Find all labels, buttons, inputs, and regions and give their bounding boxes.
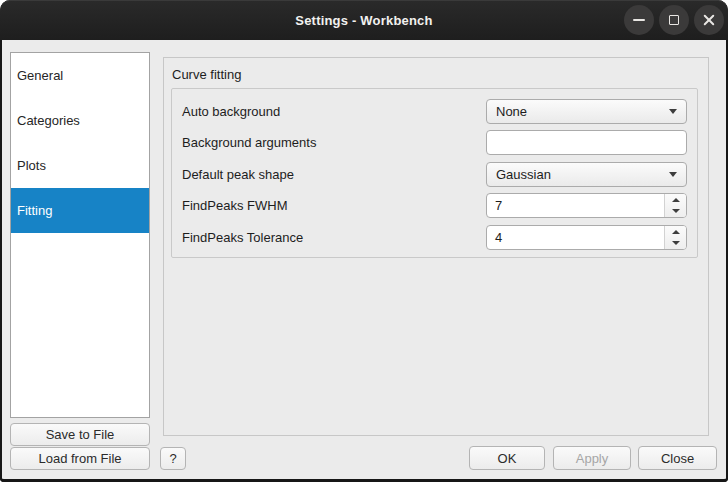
- load-from-file-button[interactable]: Load from File: [10, 447, 150, 470]
- field-label-findpeaks-fwhm: FindPeaks FWHM: [182, 193, 287, 218]
- spin-down-button[interactable]: [665, 206, 686, 218]
- field-label-background-arguments: Background arguments: [182, 130, 316, 155]
- spin-up-icon: [672, 230, 680, 234]
- titlebar[interactable]: Settings - Workbench: [0, 0, 728, 40]
- help-button[interactable]: ?: [160, 447, 186, 470]
- findpeaks-fwhm-spinbox[interactable]: 7: [486, 193, 687, 218]
- field-label-auto-background: Auto background: [182, 99, 280, 124]
- sidebar-item-plots[interactable]: Plots: [11, 143, 149, 188]
- spin-down-icon: [672, 209, 680, 213]
- sidebar-item-fitting[interactable]: Fitting: [11, 188, 149, 233]
- field-label-findpeaks-tolerance: FindPeaks Tolerance: [182, 225, 303, 250]
- save-to-file-button[interactable]: Save to File: [10, 423, 150, 446]
- findpeaks-tolerance-value: 4: [487, 226, 664, 249]
- chevron-down-icon: [669, 172, 677, 177]
- background-arguments-input[interactable]: [486, 130, 687, 155]
- spin-up-button[interactable]: [665, 226, 686, 238]
- field-label-default-peak-shape: Default peak shape: [182, 162, 294, 187]
- auto-background-dropdown[interactable]: None: [486, 99, 687, 124]
- close-window-button[interactable]: [694, 5, 724, 35]
- maximize-button[interactable]: [659, 5, 689, 35]
- spin-up-icon: [672, 198, 680, 202]
- findpeaks-tolerance-spinbox[interactable]: 4: [486, 225, 687, 250]
- spin-down-icon: [672, 241, 680, 245]
- default-peak-shape-dropdown[interactable]: Gaussian: [486, 162, 687, 187]
- category-list: General Categories Plots Fitting: [10, 52, 150, 418]
- window-controls: [624, 5, 724, 35]
- sidebar-item-categories[interactable]: Categories: [11, 98, 149, 143]
- settings-window: Settings - Workbench General Categories …: [0, 0, 728, 482]
- apply-button[interactable]: Apply: [553, 446, 631, 470]
- minimize-button[interactable]: [624, 5, 654, 35]
- close-icon: [702, 13, 716, 27]
- group-title-curve-fitting: Curve fitting: [172, 67, 241, 82]
- ok-button[interactable]: OK: [469, 446, 545, 470]
- chevron-down-icon: [669, 109, 677, 114]
- minimize-icon: [633, 19, 645, 21]
- window-title: Settings - Workbench: [295, 13, 432, 28]
- findpeaks-fwhm-value: 7: [487, 194, 664, 217]
- sidebar-item-general[interactable]: General: [11, 53, 149, 98]
- default-peak-shape-value: Gaussian: [496, 167, 551, 182]
- spin-down-button[interactable]: [665, 238, 686, 250]
- close-dialog-button[interactable]: Close: [638, 446, 717, 470]
- auto-background-value: None: [496, 104, 527, 119]
- spinner-buttons: [664, 194, 686, 217]
- spinner-buttons: [664, 226, 686, 249]
- spin-up-button[interactable]: [665, 194, 686, 206]
- maximize-icon: [669, 15, 679, 25]
